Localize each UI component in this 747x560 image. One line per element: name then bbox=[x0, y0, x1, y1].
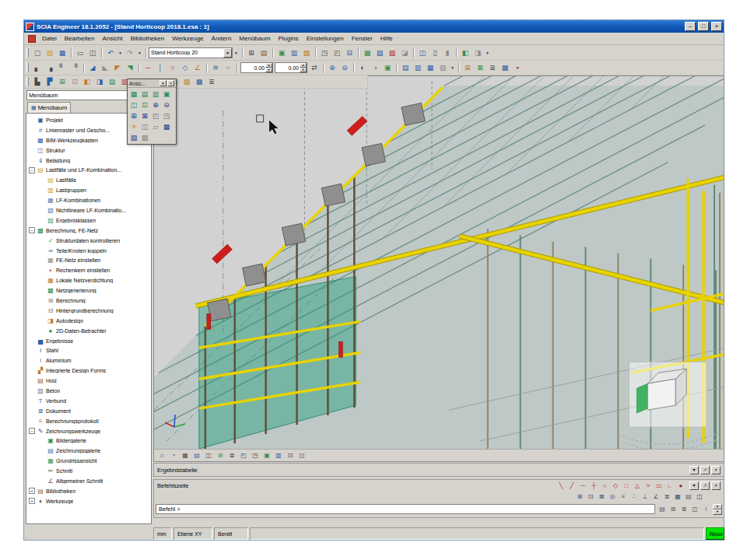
polyline-icon[interactable]: │ bbox=[154, 62, 167, 74]
palette-close-icon[interactable]: × bbox=[167, 80, 174, 86]
command-history-icon[interactable]: ▤ bbox=[657, 504, 668, 514]
dropdown-caret-icon[interactable]: ▼ bbox=[117, 47, 124, 58]
spinner-buttons[interactable]: ▲▼ bbox=[265, 63, 272, 72]
rotate-icon[interactable]: ◳ bbox=[161, 110, 172, 121]
tree-item-strukturdaten-kontrollieren[interactable]: ✓Strukturdaten kontrollieren bbox=[26, 236, 151, 246]
tree-item-integrierte-design-forms[interactable]: ▞Integrierte Design Forms bbox=[26, 366, 151, 376]
tree-item-teile-knoten-koppeln[interactable]: ∞Teile/Knoten koppeln bbox=[26, 246, 151, 256]
view-axo-icon[interactable]: ▣ bbox=[161, 89, 172, 100]
draw-spline-icon[interactable]: ≈ bbox=[643, 481, 654, 491]
tree-item-berechnung[interactable]: ⊞Berechnung bbox=[26, 296, 151, 306]
line-icon[interactable]: ─ bbox=[142, 62, 154, 74]
paste-icon[interactable]: ▛ bbox=[44, 76, 56, 88]
tree-item-aluminium[interactable]: IAluminium bbox=[26, 355, 151, 366]
menu-einstellungen[interactable]: Einstellungen bbox=[303, 34, 348, 43]
opening-icon[interactable]: ▝ bbox=[68, 62, 81, 74]
zoom-extents-icon[interactable]: ▤ bbox=[191, 450, 202, 461]
rotate-view-icon[interactable]: ◔ bbox=[168, 450, 179, 461]
menu-ansicht[interactable]: Ansicht bbox=[98, 34, 126, 43]
draw-rect-icon[interactable]: □ bbox=[621, 481, 632, 491]
tree-item-netzgenerierung[interactable]: ▩Netzgenerierung bbox=[26, 285, 151, 296]
view-top-icon[interactable]: ▦ bbox=[128, 89, 139, 100]
shaded-mode-icon[interactable]: ◐ bbox=[356, 62, 369, 74]
view-side-icon[interactable]: ▥ bbox=[150, 89, 161, 100]
chamfer-icon[interactable]: ▨ bbox=[181, 76, 193, 88]
collapse-icon[interactable]: ▾ bbox=[689, 466, 699, 474]
wireframe-mode-icon[interactable]: ◑ bbox=[369, 62, 381, 74]
hinge-icon[interactable]: ◣ bbox=[99, 62, 111, 74]
dropdown-caret-icon[interactable]: ▼ bbox=[136, 47, 143, 58]
palette-menu-icon[interactable]: ▾ bbox=[160, 80, 167, 86]
toolbar-grip[interactable] bbox=[26, 63, 29, 72]
expand-command-icon[interactable]: ⊞ bbox=[668, 504, 679, 514]
draw-line-2-icon[interactable]: ╱ bbox=[566, 481, 577, 491]
snap-mode-icon[interactable]: ⊠ bbox=[474, 62, 486, 74]
view-fit-icon[interactable]: ⊡ bbox=[139, 100, 150, 110]
menu-bibliotheken[interactable]: Bibliotheken bbox=[127, 34, 169, 43]
tree-item-ergebnisse[interactable]: ▅Ergebnisse bbox=[26, 336, 151, 346]
open-icon[interactable]: ▧ bbox=[44, 47, 56, 58]
node-icon[interactable]: ▖ bbox=[31, 62, 44, 74]
menu-ändern[interactable]: Ändern bbox=[208, 34, 236, 43]
calculator-icon[interactable]: ⊞ bbox=[245, 47, 258, 58]
tree-item-belastung[interactable]: ⇓Belastung bbox=[26, 156, 151, 166]
tree-item-zeichnungsgalerie[interactable]: ▤Zeichnungsgalerie bbox=[26, 446, 151, 456]
tree-item-stahl[interactable]: IStahl bbox=[26, 345, 151, 355]
status-unit[interactable]: mm bbox=[153, 527, 172, 540]
collapse-icon[interactable]: − bbox=[29, 428, 35, 434]
ortho-mode-icon[interactable]: ≡ bbox=[618, 492, 629, 502]
tree-item-berechnung-fe-netz[interactable]: −▩Berechnung, FE-Netz bbox=[26, 226, 151, 236]
table-view-icon[interactable]: ⊟ bbox=[343, 47, 356, 58]
tree-item-rechenkern-einstellen[interactable]: ▪Rechenkern einstellen bbox=[26, 265, 151, 275]
print-icon[interactable]: ▭ bbox=[74, 47, 86, 58]
tree-item-werkzeuge[interactable]: +♦Werkzeuge bbox=[26, 496, 151, 506]
rotate-icon[interactable]: ▤ bbox=[106, 76, 118, 88]
tree-item-dokument[interactable]: ≣Dokument bbox=[26, 406, 151, 416]
dropdown-caret-icon[interactable]: ▼ bbox=[233, 47, 240, 58]
resize-panel-icon[interactable]: ↕ bbox=[700, 504, 711, 514]
tree-item-beton[interactable]: ▨Beton bbox=[26, 386, 151, 396]
snap-grid-icon[interactable]: ⊞ bbox=[574, 492, 585, 502]
visibility-icon[interactable]: ◧ bbox=[459, 47, 472, 58]
circle-icon[interactable]: ○ bbox=[167, 62, 179, 74]
work-plane-icon[interactable]: ▤ bbox=[683, 492, 694, 502]
tree-item-2d-daten-betrachter[interactable]: ●2D-Daten-Betrachter bbox=[26, 326, 151, 336]
activity-icon[interactable]: ▥ bbox=[288, 47, 300, 58]
results-table-panel[interactable]: Ergebnistabelle ▾ † × bbox=[153, 463, 724, 477]
minimize-button[interactable]: – bbox=[685, 22, 696, 31]
combo-caret-icon[interactable]: ▼ bbox=[223, 48, 232, 58]
command-input[interactable]: Befehl > bbox=[156, 504, 655, 514]
render-settings-icon[interactable]: ◪ bbox=[398, 47, 411, 58]
tree-item-hintergrundberechnung[interactable]: ⊟Hintergrundberechnung bbox=[26, 306, 151, 316]
snap-angle-icon[interactable]: ∠ bbox=[651, 492, 661, 502]
view-x-icon[interactable]: ▤ bbox=[399, 62, 412, 74]
layers-icon[interactable]: ▣ bbox=[275, 47, 288, 58]
menu-werkzeuge[interactable]: Werkzeuge bbox=[168, 34, 207, 43]
perspective-icon[interactable]: ▣ bbox=[261, 450, 272, 461]
move-icon[interactable]: ◧ bbox=[81, 76, 93, 88]
view-z-icon[interactable]: ▦ bbox=[424, 62, 437, 74]
draw-point-icon[interactable]: ● bbox=[675, 481, 686, 491]
target-point-icon[interactable]: ⊡ bbox=[285, 450, 296, 461]
tree-item-lf-kombinationen[interactable]: ▦LF-Kombinationen bbox=[26, 195, 151, 205]
measure-icon[interactable]: ≣ bbox=[205, 76, 218, 88]
draw-cross-icon[interactable]: ┼ bbox=[588, 481, 599, 491]
view-settings-icon[interactable]: ⊞ bbox=[215, 450, 226, 461]
toolbar-grip[interactable] bbox=[26, 77, 29, 86]
rectangle-icon[interactable]: ◇ bbox=[179, 62, 191, 74]
tree-item-bibliotheken[interactable]: +▤Bibliotheken bbox=[26, 486, 151, 496]
tree-item-verbund[interactable]: TVerbund bbox=[26, 396, 151, 406]
clip-plane-icon[interactable]: ▧ bbox=[128, 132, 139, 143]
redo-icon[interactable]: ↷ bbox=[124, 47, 136, 58]
curve-icon[interactable]: ≋ bbox=[209, 62, 222, 74]
app-icon[interactable] bbox=[26, 23, 34, 31]
clip-box-icon[interactable]: ◰ bbox=[238, 450, 249, 461]
tree-item-struktur[interactable]: ◫Struktur bbox=[26, 145, 151, 156]
collapse-icon[interactable]: − bbox=[29, 227, 35, 233]
view-list-icon[interactable]: ≣ bbox=[226, 450, 237, 461]
window-split-icon[interactable]: ◳ bbox=[318, 47, 331, 58]
draw-line-icon[interactable]: ╲ bbox=[556, 481, 566, 491]
tree-item-fe-netz-einstellen[interactable]: ▦FE-Netz einstellen bbox=[26, 255, 151, 265]
close-button[interactable]: × bbox=[711, 22, 722, 31]
maximize-button[interactable]: □ bbox=[698, 22, 709, 31]
